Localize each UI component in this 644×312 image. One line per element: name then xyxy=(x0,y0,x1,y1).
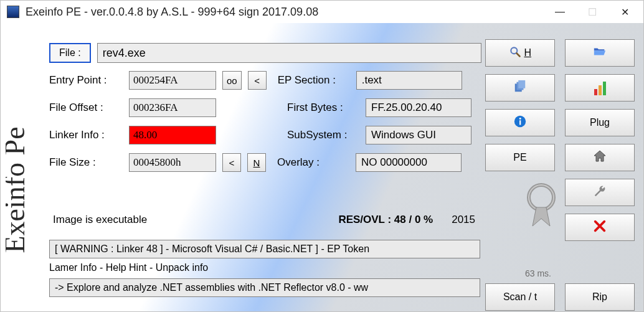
file-path-field[interactable]: rev4.exe xyxy=(97,43,481,63)
advice-field[interactable]: -> Explore and analyze .NET assemblies w… xyxy=(49,278,480,297)
pe-button[interactable]: PE xyxy=(485,144,555,171)
size-back-button[interactable]: < xyxy=(222,153,241,172)
home-icon xyxy=(592,149,607,167)
detection-field[interactable]: [ WARNING : Linker 48 ] - Microsoft Visu… xyxy=(49,240,480,258)
N-button-label: N xyxy=(253,158,260,168)
titlebar: Exeinfo PE - ver.0.0.4.8 by A.S.L - 999+… xyxy=(1,1,643,23)
file-size-field[interactable]: 00045800h xyxy=(129,153,216,172)
multi-file-icon xyxy=(513,80,528,97)
ep-section-label: EP Section : xyxy=(278,74,350,87)
app-icon xyxy=(7,6,19,18)
entry-point-row: Entry Point : 000254FA oo < EP Section :… xyxy=(49,67,481,94)
overlay-field[interactable]: NO 00000000 xyxy=(356,153,462,172)
res-ovl-text: RES/OVL : 48 / 0 % xyxy=(338,214,433,226)
plug-button[interactable]: Plug xyxy=(565,109,635,136)
file-offset-field[interactable]: 000236FA xyxy=(129,98,216,117)
remove-button[interactable] xyxy=(565,214,635,241)
ep-section-field[interactable]: .text xyxy=(356,71,462,90)
entry-point-label: Entry Point : xyxy=(49,74,123,87)
first-bytes-field[interactable]: FF.25.00.20.40 xyxy=(366,98,471,117)
home-button[interactable] xyxy=(565,144,635,171)
oo-button[interactable]: oo xyxy=(222,71,242,90)
multi-file-button[interactable] xyxy=(485,74,555,102)
app-window: Exeinfo PE - ver.0.0.4.8 by A.S.L - 999+… xyxy=(0,0,644,312)
file-offset-label: File Offset : xyxy=(49,102,123,114)
svg-point-7 xyxy=(519,117,521,119)
H-label: H xyxy=(524,47,531,59)
bars-button[interactable] xyxy=(565,74,635,102)
scan-button[interactable]: Scan / t xyxy=(485,283,555,311)
wrench-icon xyxy=(593,184,607,201)
svg-rect-6 xyxy=(519,120,521,125)
status-line: Image is executable RES/OVL : 48 / 0 % 2… xyxy=(53,214,481,226)
window-controls: — ☐ ✕ xyxy=(544,2,641,21)
linker-info-label: Linker Info : xyxy=(49,129,123,141)
minimize-button[interactable]: — xyxy=(544,2,576,21)
close-red-icon xyxy=(593,219,607,236)
ep-back-button[interactable]: < xyxy=(248,71,267,90)
year-text: 2015 xyxy=(452,214,475,226)
file-open-button[interactable]: File : xyxy=(49,43,91,63)
image-executable-text: Image is executable xyxy=(53,214,338,226)
file-offset-row: File Offset : 000236FA First Bytes : FF.… xyxy=(49,94,481,121)
svg-rect-4 xyxy=(518,80,525,88)
fields-area: File : rev4.exe Entry Point : 000254FA o… xyxy=(49,39,481,176)
scan-label: Scan / t xyxy=(503,291,537,303)
logo-svg: Exeinfo Pe xyxy=(6,72,43,308)
first-bytes-label: First Bytes : xyxy=(287,102,359,114)
info-button[interactable] xyxy=(485,109,555,136)
close-button[interactable]: ✕ xyxy=(608,2,641,21)
file-size-label: File Size : xyxy=(49,156,123,169)
linker-info-row: Linker Info : 48.00 SubSystem : Windows … xyxy=(49,121,481,149)
window-title: Exeinfo PE - ver.0.0.4.8 by A.S.L - 999+… xyxy=(23,6,544,19)
subsystem-label: SubSystem : xyxy=(287,129,359,141)
maximize-button[interactable]: ☐ xyxy=(576,2,608,21)
spacer xyxy=(485,179,555,206)
file-row: File : rev4.exe xyxy=(49,39,481,67)
logo-text: Exeinfo Pe xyxy=(6,126,31,253)
overlay-label: Overlay : xyxy=(277,156,349,169)
subsystem-field[interactable]: Windows GUI xyxy=(366,126,471,144)
folder-open-icon xyxy=(592,45,608,62)
search-button[interactable]: H xyxy=(485,39,555,67)
entry-point-field[interactable]: 000254FA xyxy=(129,71,216,90)
svg-line-1 xyxy=(516,53,519,56)
search-icon xyxy=(509,45,521,61)
linker-info-field[interactable]: 48.00 xyxy=(129,126,216,144)
rip-label: Rip xyxy=(592,291,607,303)
hint-text: Lamer Info - Help Hint - Unpack info xyxy=(49,262,480,273)
logo: Exeinfo Pe xyxy=(6,72,43,308)
client-area: Exeinfo Pe File : rev4.exe Entry Point :… xyxy=(1,23,643,311)
N-button[interactable]: N xyxy=(247,153,266,172)
spacer2 xyxy=(485,214,555,241)
rip-button[interactable]: Rip xyxy=(565,283,635,311)
open-button[interactable] xyxy=(565,39,635,67)
file-size-row: File Size : 00045800h < N Overlay : NO 0… xyxy=(49,149,481,176)
pe-label: PE xyxy=(513,152,526,163)
info-icon xyxy=(513,115,527,131)
right-buttons: H xyxy=(485,39,635,311)
settings-button[interactable] xyxy=(565,179,635,206)
bars-icon xyxy=(594,81,607,95)
plug-label: Plug xyxy=(590,117,610,128)
